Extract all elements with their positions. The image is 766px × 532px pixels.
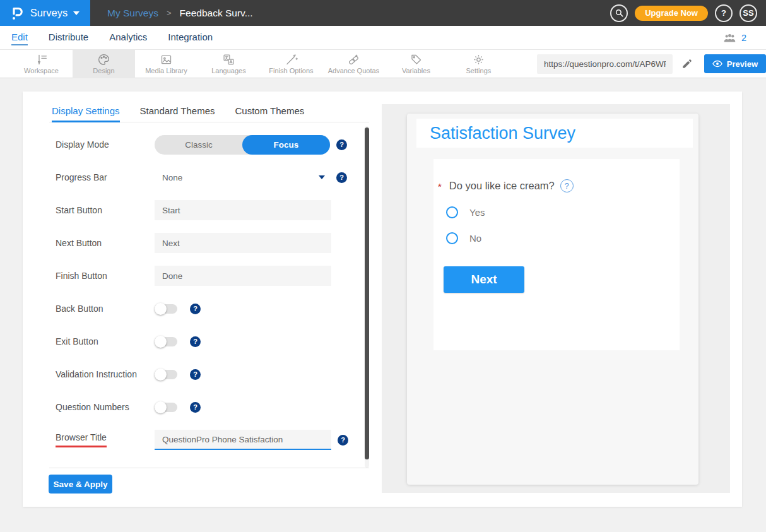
exit-button-row: Exit Button ? [56,325,346,358]
browser-title-row: Browser Title ? [56,423,346,456]
question-help-icon[interactable]: ? [560,179,574,192]
upgrade-button[interactable]: Upgrade Now [635,6,708,21]
toolbar-variables[interactable]: Variables [385,50,447,78]
toolbar-languages-label: Languages [211,67,245,74]
radio-icon[interactable] [446,232,458,244]
toolbar-media-library-label: Media Library [145,67,187,74]
next-button-row: Next Button [56,227,346,259]
advance-quotas-links-icon [347,53,360,66]
back-button-toggle[interactable] [155,304,177,314]
toolbar-design-label: Design [93,67,114,74]
chevron-down-icon [73,11,80,15]
tab-standard-themes[interactable]: Standard Themes [140,102,215,122]
panel-divider [49,468,369,468]
back-button-row: Back Button ? [56,292,346,325]
validation-instruction-label: Validation Instruction [56,369,155,379]
product-switcher[interactable]: Surveys [0,0,90,26]
toolbar-settings[interactable]: Settings [447,50,510,78]
help-button[interactable]: ? [715,4,733,22]
workspace-icon [35,53,48,66]
required-marker: * [438,181,442,192]
back-button-help-icon[interactable]: ? [190,304,201,314]
toolbar-design[interactable]: Design [73,50,135,78]
variables-tag-icon [410,53,423,66]
dropdown-caret-icon [319,175,325,179]
breadcrumb-current-survey: Feedback Surv... [180,8,253,19]
exit-button-help-icon[interactable]: ? [190,336,201,347]
progress-bar-help-icon[interactable]: ? [336,172,347,183]
progress-bar-select[interactable]: None [155,173,330,182]
avatar[interactable]: SS [739,4,757,22]
topbar-actions: Upgrade Now ? SS [610,4,766,22]
tab-display-settings[interactable]: Display Settings [52,102,120,122]
settings-scrollbar-track[interactable] [365,126,369,468]
preview-button-label: Preview [727,59,758,69]
question-numbers-label: Question Numbers [56,402,155,412]
edit-url-pencil-icon[interactable] [681,58,693,69]
progress-bar-selected-value: None [162,173,182,182]
media-library-icon [160,53,173,66]
toolbar-advance-quotas[interactable]: Advance Quotas [322,50,385,78]
display-mode-classic-option[interactable]: Classic [155,135,243,155]
toolbar-advance-quotas-label: Advance Quotas [328,67,379,74]
tab-edit[interactable]: Edit [11,30,28,45]
breadcrumb: My Surveys > Feedback Surv... [107,8,253,19]
survey-title: Satisfaction Survey [430,124,575,143]
toolbar-workspace-label: Workspace [24,67,59,74]
toolbar-workspace[interactable]: Workspace [10,50,73,78]
browser-title-label: Browser Title [56,432,155,447]
survey-toolbar: Workspace Design Media Library [0,50,766,78]
browser-title-help-icon[interactable]: ? [338,435,348,446]
settings-scrollbar-thumb[interactable] [365,127,369,459]
preview-button[interactable]: Preview [704,54,766,73]
tab-integration[interactable]: Integration [168,30,213,45]
question-card: * Do you like ice cream? ? Yes No Next [433,159,680,350]
finish-button-field[interactable] [155,266,331,286]
display-mode-help-icon[interactable]: ? [336,139,347,150]
toolbar-finish-options[interactable]: Finish Options [260,50,322,78]
top-bar: Surveys My Surveys > Feedback Surv... Up… [0,0,766,26]
toolbar-finish-options-label: Finish Options [269,67,313,74]
validation-instruction-help-icon[interactable]: ? [190,369,201,380]
questionpro-logo [11,6,25,21]
display-mode-row: Display Mode Classic Focus ? [56,128,346,161]
save-apply-button[interactable]: Save & Apply [49,475,112,494]
survey-next-button[interactable]: Next [444,266,524,293]
browser-title-field[interactable] [155,430,331,450]
question-numbers-row: Question Numbers ? [56,391,346,423]
people-icon [723,33,736,43]
answer-option-no[interactable]: No [446,232,481,244]
answer-option-yes[interactable]: Yes [446,206,485,218]
question-numbers-help-icon[interactable]: ? [190,402,201,413]
validation-instruction-toggle[interactable] [155,370,177,379]
questionpro-app: Surveys My Surveys > Feedback Surv... Up… [0,0,766,532]
toolbar-languages[interactable]: Languages [197,50,260,78]
validation-instruction-row: Validation Instruction ? [56,358,346,391]
finish-options-wand-icon [285,53,298,66]
tab-distribute[interactable]: Distribute [49,30,88,45]
design-palette-icon [97,53,110,66]
search-button[interactable] [610,4,628,22]
survey-url-field[interactable] [537,54,673,74]
settings-gear-icon [472,53,485,66]
breadcrumb-separator: > [167,8,172,18]
tab-custom-themes[interactable]: Custom Themes [235,102,305,122]
product-name: Surveys [30,7,68,19]
start-button-field[interactable] [155,200,331,220]
display-mode-segmented: Classic Focus [155,135,330,155]
question-numbers-toggle[interactable] [155,403,177,412]
breadcrumb-my-surveys[interactable]: My Surveys [107,8,158,19]
toolbar-media-library[interactable]: Media Library [135,50,197,78]
display-mode-label: Display Mode [56,139,155,150]
next-button-field[interactable] [155,233,331,253]
collaborators[interactable]: 2 [723,26,746,50]
answer-option-yes-label: Yes [469,207,485,218]
radio-icon[interactable] [446,206,458,218]
theme-tabs: Display Settings Standard Themes Custom … [49,102,369,122]
start-button-row: Start Button [56,194,346,227]
survey-preview-card: Satisfaction Survey * Do you like ice cr… [407,114,698,485]
progress-bar-label: Progress Bar [56,172,155,182]
display-mode-focus-option[interactable]: Focus [242,135,330,155]
tab-analytics[interactable]: Analytics [109,30,147,45]
exit-button-toggle[interactable] [155,337,177,346]
